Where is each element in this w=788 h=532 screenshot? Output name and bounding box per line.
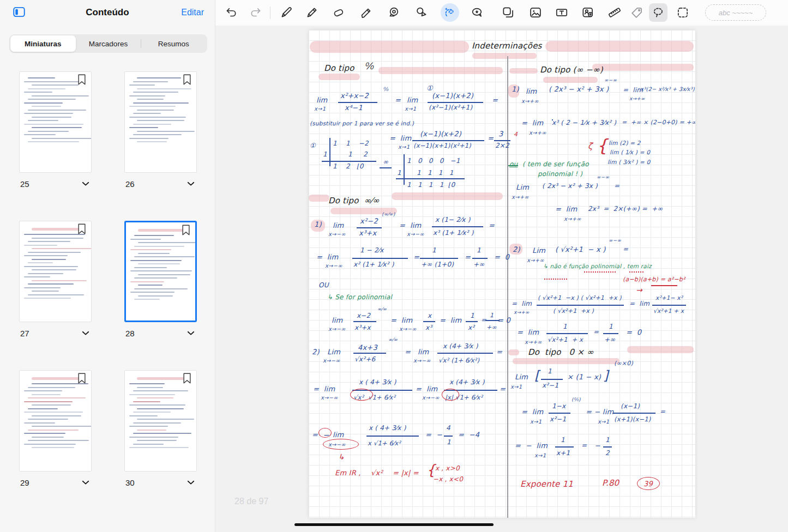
image-tool-button[interactable]: [526, 3, 545, 22]
page-thumbnail-29[interactable]: [19, 370, 92, 471]
thumb-content-stroke: [130, 260, 182, 261]
page-thumbnail-28[interactable]: [124, 221, 197, 322]
selection-tool-button[interactable]: [673, 3, 692, 22]
handwritten-line: lim ( 1⁄x ) = 0: [610, 149, 650, 155]
handwritten-line: x (4+ 3⁄x ): [449, 379, 485, 386]
clip-tool-button[interactable]: [628, 3, 646, 22]
tape-tool-button[interactable]: [385, 3, 404, 22]
chevron-down-icon[interactable]: [81, 179, 91, 189]
pink-highlight-stroke: [378, 67, 503, 74]
pages-tool-button[interactable]: [499, 3, 518, 22]
pen-tool-button[interactable]: [277, 3, 296, 22]
page-thumbnail-26[interactable]: [124, 71, 197, 173]
bookmark-icon[interactable]: [76, 372, 87, 385]
tab-miniaturas[interactable]: Miniaturas: [10, 35, 76, 52]
shapes-tool-button[interactable]: [412, 3, 431, 22]
handwritten-line: 2): [312, 348, 320, 356]
handwritten-line: x→1: [530, 419, 542, 425]
ink-stroke: [353, 321, 376, 322]
highlighter-tool-button[interactable]: [357, 3, 376, 22]
handwritten-line: Do tipo (∞ −∞): [540, 66, 603, 75]
thumb-content-stroke: [24, 276, 50, 277]
thumb-content-stroke: [129, 404, 185, 406]
handwritten-line: =: [488, 135, 494, 142]
ink-stroke: [544, 279, 567, 280]
bookmark-icon[interactable]: [76, 73, 87, 86]
ink-stroke: [329, 138, 330, 166]
bookmark-icon[interactable]: [76, 222, 87, 235]
notebook-page-canvas[interactable]: IndeterminaçõesDo tipo⁰⁄₀Do tipo (∞ −∞)D…: [309, 30, 695, 518]
chevron-down-icon[interactable]: [81, 328, 91, 338]
handwritten-line: +∞: [473, 261, 484, 268]
sticker-tool-button[interactable]: [468, 3, 486, 22]
handwritten-line: x²−1: [542, 382, 558, 389]
pink-highlight-stroke: [472, 53, 537, 59]
page-number: 28: [125, 329, 135, 338]
redo-tool-button[interactable]: [247, 3, 266, 22]
chevron-down-icon[interactable]: [186, 328, 196, 338]
thumb-content-stroke: [137, 141, 167, 142]
thumb-content-stroke: [137, 120, 184, 121]
handwritten-line: x→1: [510, 384, 522, 390]
thumb-highlight-bar: [137, 377, 184, 380]
handwriting-abc-pill[interactable]: abc ~~~~~: [705, 4, 766, 21]
stamp-search-tool-button[interactable]: [579, 3, 597, 22]
thumb-content-stroke: [24, 298, 71, 299]
chevron-down-icon[interactable]: [81, 477, 91, 487]
handwritten-line: = lim: [521, 408, 543, 416]
tab-marcadores[interactable]: Marcadores: [76, 35, 141, 52]
chevron-down-icon[interactable]: [186, 179, 196, 189]
ruler-tool-button[interactable]: [605, 3, 624, 22]
thumb-content-stroke: [138, 295, 173, 297]
tab-resumos[interactable]: Resumos: [141, 35, 206, 52]
handwritten-line: +∞: [486, 324, 497, 331]
thumb-content-stroke: [133, 412, 171, 413]
thumb-content-stroke: [134, 288, 188, 289]
stamp-search-icon: [581, 5, 595, 20]
handwritten-line: ( tem de ser função: [522, 161, 589, 168]
page-thumbnail-30[interactable]: [124, 370, 197, 471]
text-box-tool-button[interactable]: [552, 3, 571, 22]
undo-tool-button[interactable]: [221, 3, 240, 22]
goodnotes-app: Conteúdo Editar MiniaturasMarcadoresResu…: [0, 0, 788, 532]
pink-highlight-stroke: [545, 41, 694, 52]
thumb-content-stroke: [28, 273, 63, 274]
ink-stroke: [555, 446, 574, 448]
page-thumbnail-25[interactable]: [19, 71, 92, 173]
thumb-content-stroke: [137, 387, 163, 388]
handwritten-line: =: [481, 317, 486, 324]
thumb-content-stroke: [133, 433, 191, 434]
ink-stroke: [428, 102, 483, 103]
handwritten-line: =: [500, 385, 506, 393]
handwritten-line: polinomial ! ): [538, 171, 582, 178]
home-indicator[interactable]: [294, 523, 494, 526]
handwritten-line: = − lim: [586, 408, 613, 416]
handwritten-line: x→1: [398, 144, 410, 150]
handwritten-line: =: [623, 246, 628, 253]
ink-stroke: [444, 436, 453, 437]
handwritten-line: 1 1 1 1: [417, 170, 453, 177]
ai-lasso-tool-button[interactable]: [441, 3, 459, 22]
ink-stroke: [366, 436, 419, 437]
handwritten-line: x→−∞: [323, 358, 340, 364]
handwritten-line: ∞−∞: [604, 78, 617, 83]
bookmark-icon[interactable]: [182, 73, 193, 86]
page-thumbnail-27[interactable]: [19, 221, 92, 322]
bookmark-icon[interactable]: [182, 372, 193, 385]
thumb-content-stroke: [24, 113, 73, 114]
pencil-tool-button[interactable]: [303, 3, 321, 22]
bookmark-icon[interactable]: [181, 223, 191, 237]
handwritten-line: =: [405, 348, 411, 356]
handwritten-line: 1: [605, 437, 610, 444]
handwritten-line: Lim: [327, 348, 340, 356]
eraser-tool-button[interactable]: [330, 3, 348, 22]
edit-button[interactable]: Editar: [181, 8, 204, 17]
chevron-down-icon[interactable]: [186, 477, 196, 487]
handwritten-line: (x²−1)(x²+1): [429, 104, 472, 111]
thumb-content-stroke: [24, 266, 78, 267]
lasso-tool-button[interactable]: [649, 3, 667, 22]
handwritten-line: 1: [548, 368, 552, 375]
handwritten-line: 1: [447, 439, 451, 446]
thumb-content-stroke: [24, 81, 80, 82]
handwritten-line: x²−2: [360, 217, 378, 225]
